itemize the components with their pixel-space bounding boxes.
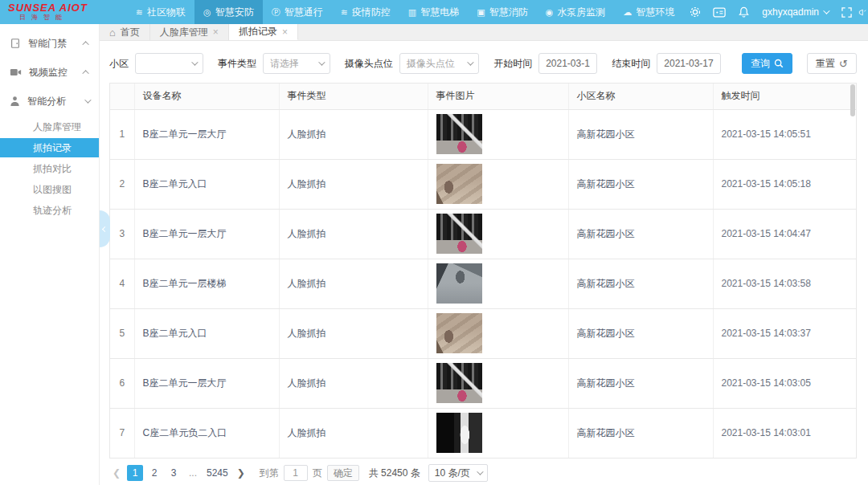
page-button[interactable]: 3 [166,465,182,481]
col-header-trigger-time: 触发时间 [713,84,856,109]
prev-page-icon[interactable]: ❮ [109,467,124,479]
sidebar-item[interactable]: 人脸库管理 [0,117,99,137]
table-row: 6 B座二单元一层大厅 人脸抓拍 高新花园小区 2021-03-15 14:03… [110,358,856,408]
topnav-item[interactable]: ◉水泵房监测 [537,0,615,24]
row-index: 7 [110,408,134,458]
sidebar-group-video-monitor[interactable]: 视频监控 [0,58,99,87]
end-time-label: 结束时间 [612,57,650,71]
sidebar-item[interactable]: 抓拍记录 [0,138,99,157]
event-image-thumbnail[interactable] [436,313,482,353]
page-size-select[interactable]: 10 条/页 [428,464,488,482]
topnav-item[interactable]: ▣智慧消防 [468,0,536,24]
topnav-item[interactable]: ≋疫情防控 [332,0,399,24]
start-time-label: 开始时间 [493,57,532,71]
start-time-input[interactable] [546,58,590,69]
username-label: gxhyxqadmin [762,6,819,18]
topnav-item-label: 智慧安防 [215,6,254,19]
chevron-up-icon [82,41,88,47]
table-row: 1 B座二单元一层大厅 人脸抓拍 高新花园小区 2021-03-15 14:05… [110,109,856,159]
topnav-item-label: 智慧电梯 [420,6,459,19]
row-index: 5 [110,308,134,358]
close-icon[interactable]: × [282,26,288,38]
chevron-down-icon [191,59,198,65]
fullscreen-icon[interactable] [834,0,858,24]
sidebar-group-label: 智能分析 [27,95,66,108]
tab[interactable]: 人脸库管理× [150,24,229,40]
goto-label: 到第 [260,467,279,480]
close-icon[interactable]: × [213,26,219,38]
device-name-cell: B座二单元一层大厅 [134,358,279,408]
brand-logo: SUNSEA AIOT 日海智能 [0,2,103,21]
topnav-item[interactable]: ◎智慧安防 [194,0,263,24]
event-type-select[interactable]: 请选择 [263,53,330,74]
sidebar-collapse-handle[interactable] [100,210,110,247]
sidebar-item[interactable]: 轨迹分析 [0,201,99,220]
sidebar-item[interactable]: 抓拍对比 [0,159,99,178]
topnav-item[interactable]: ☁智慧环境 [614,0,683,24]
event-image-thumbnail[interactable] [436,164,482,204]
page-button[interactable]: 5245 [204,465,231,481]
row-index: 6 [110,358,134,408]
community-name-cell: 高新花园小区 [568,308,713,358]
event-image-thumbnail[interactable] [436,114,482,154]
topnav-item[interactable]: ▥智慧电梯 [399,0,468,24]
event-image-thumbnail[interactable] [436,363,482,403]
camera-select[interactable]: 摄像头点位 [399,53,479,74]
topnav-item-label: 水泵房监测 [557,6,605,19]
page-button[interactable]: 1 [127,465,143,481]
next-page-icon[interactable]: ❯ [234,467,248,479]
event-type-cell: 人脸抓拍 [279,209,428,259]
camera-filter-label: 摄像头点位 [345,57,393,71]
person-analysis-icon [10,96,20,107]
start-time-field [538,53,597,74]
row-index: 2 [110,159,134,209]
reset-button[interactable]: 重置 ↺ [807,53,857,74]
environment-icon: ☁ [623,7,632,18]
event-type-cell: 人脸抓拍 [279,308,428,358]
page-button[interactable]: 2 [146,465,162,481]
content-panel: 小区 事件类型 请选择 摄像头点位 摄像头点位 开始时间 [100,41,868,485]
user-menu[interactable]: gxhyxqadmin [755,6,834,18]
settings-gear-icon[interactable] [683,0,707,24]
trigger-time-cell: 2021-03-15 14:03:58 [713,259,856,308]
topnav-item[interactable]: Ⓟ智慧通行 [263,0,332,24]
event-type-cell: 人脸抓拍 [279,408,428,458]
page-list: 123...5245 [127,465,231,481]
topnav-item[interactable]: ≋社区物联 [127,0,194,24]
id-card-icon[interactable] [707,0,731,24]
reset-button-label: 重置 [816,57,835,71]
sidebar: 智能门禁 视频监控 智能分析 人脸库管理抓拍记录抓拍对比以图搜图轨迹分析 [0,24,100,485]
security-icon: ◎ [203,7,211,18]
sidebar-group-door-access[interactable]: 智能门禁 [0,29,99,58]
col-header-device: 设备名称 [134,84,279,109]
chevron-down-icon [318,59,325,65]
col-header-event-type: 事件类型 [279,84,428,109]
device-name-cell: C座二单元负二入口 [134,408,279,458]
announcement-icon[interactable] [858,0,868,24]
sidebar-item[interactable]: 以图搜图 [0,180,99,199]
query-button-label: 查询 [751,57,770,71]
tab[interactable]: 抓拍记录× [229,24,298,40]
table-header-row: 设备名称 事件类型 事件图片 小区名称 触发时间 [110,84,856,109]
table-row: 2 B座二单元入口 人脸抓拍 高新花园小区 2021-03-15 14:05:1… [110,159,856,209]
records-table: 设备名称 事件类型 事件图片 小区名称 触发时间 1 B座二单元一层大厅 人脸抓… [109,83,857,459]
sidebar-group-ai-analysis[interactable]: 智能分析 [0,87,99,116]
event-type-cell: 人脸抓拍 [279,109,428,159]
event-type-cell: 人脸抓拍 [279,159,428,209]
goto-confirm-button[interactable]: 确定 [327,465,359,481]
tab[interactable]: ⌂首页 [100,24,150,40]
community-name-cell: 高新花园小区 [568,259,713,308]
goto-page-input[interactable] [284,465,308,481]
chevron-left-icon [102,226,108,231]
event-image-thumbnail[interactable] [436,263,482,304]
query-button[interactable]: 查询 [742,53,792,74]
top-navbar: SUNSEA AIOT 日海智能 ≋社区物联◎智慧安防Ⓟ智慧通行≋疫情防控▥智慧… [0,0,868,24]
event-image-thumbnail[interactable] [436,214,482,254]
community-select[interactable] [135,53,203,74]
scrollbar-thumb[interactable] [850,84,855,116]
row-index: 4 [110,259,134,308]
notification-bell-icon[interactable] [731,0,755,24]
event-image-thumbnail[interactable] [436,413,482,453]
camera-placeholder: 摄像头点位 [407,57,455,71]
end-time-input[interactable] [664,58,714,69]
